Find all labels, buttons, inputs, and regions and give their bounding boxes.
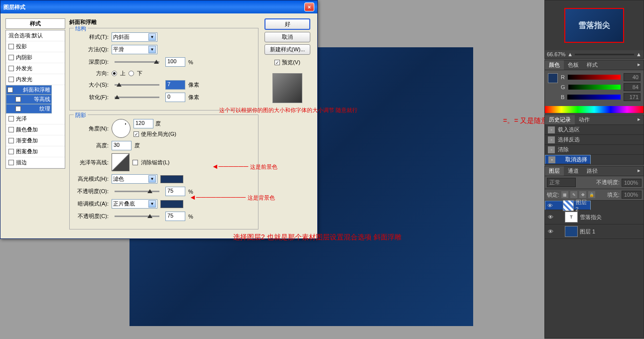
zoom-slider[interactable] [575,54,634,55]
style-item[interactable]: 外发光 [6,63,65,74]
shadow-opacity-slider[interactable] [115,216,159,217]
style-item[interactable]: ✓斜面和浮雕 [6,85,52,95]
style-checkbox[interactable] [8,160,14,165]
style-checkbox[interactable] [8,116,14,121]
style-item[interactable]: 图案叠加 [6,146,65,157]
style-checkbox[interactable] [8,77,14,82]
size-input[interactable]: 7 [165,80,185,90]
style-item[interactable]: 描边 [6,157,65,168]
highlight-opacity-slider[interactable] [115,191,159,192]
tab-styles[interactable]: 样式 [583,60,602,70]
channel-slider[interactable] [568,75,621,80]
dialog-titlebar[interactable]: 图层样式 × [0,0,317,13]
visibility-icon[interactable]: 👁 [547,202,553,209]
style-item[interactable]: 渐变叠加 [6,135,65,146]
highlight-mode-select[interactable]: 滤色▼ [112,174,157,184]
channel-slider[interactable] [568,85,621,90]
technique-select[interactable]: 平滑▼ [112,45,157,54]
gloss-contour-picker[interactable] [112,153,129,171]
style-checkbox[interactable] [8,66,14,71]
channel-value[interactable]: 171 [624,93,641,101]
highlight-opacity-label: 不透明度(O): [75,188,109,195]
style-checkbox[interactable] [8,55,14,60]
tab-channels[interactable]: 通道 [564,166,583,176]
blend-mode-select[interactable]: 正常 [547,178,576,187]
layer-row[interactable]: 👁图层 2 [545,201,591,210]
style-checkbox[interactable] [8,149,14,154]
opacity-input[interactable]: 100% [622,179,642,187]
zoom-out-icon[interactable]: ▲ [567,51,573,57]
highlight-opacity-input[interactable]: 75 [165,187,185,196]
style-checkbox[interactable] [8,127,14,132]
style-item[interactable]: 内发光 [6,74,65,85]
history-item[interactable]: ▫清除 [545,145,644,155]
style-item[interactable]: 颜色叠加 [6,124,65,135]
style-item[interactable]: 内阴影 [6,52,65,63]
new-style-button[interactable]: 新建样式(W)... [264,44,310,55]
altitude-input[interactable]: 30 [112,141,131,150]
style-item[interactable]: 混合选项:默认 [6,30,65,41]
tab-actions[interactable]: 动作 [575,115,594,124]
panel-menu-icon[interactable]: ▸ [635,115,644,124]
visibility-icon[interactable]: 👁 [547,228,554,235]
lock-paint-icon[interactable]: ✎ [570,191,577,198]
tab-swatches[interactable]: 色板 [564,60,583,70]
layer-row[interactable]: 👁T雪落指尖 [545,210,644,225]
lock-label: 锁定: [547,191,559,199]
lock-position-icon[interactable]: ✥ [579,191,586,198]
navigator-preview[interactable]: 雪落指尖 [545,0,644,50]
fill-input[interactable]: 100% [622,191,642,199]
style-select[interactable]: 内斜面▼ [112,32,157,42]
style-item[interactable]: 等高线 [6,95,52,104]
channel-value[interactable]: 40 [624,73,641,81]
tab-color[interactable]: 颜色 [545,60,564,70]
layer-thumbnail[interactable]: T [565,212,578,223]
lock-all-icon[interactable]: 🔒 [588,191,595,198]
foreground-color-swatch[interactable] [548,73,558,83]
highlight-color-swatch[interactable] [160,175,183,183]
close-icon[interactable]: × [304,2,314,11]
channel-value[interactable]: 84 [624,83,641,91]
size-slider[interactable] [115,84,159,86]
shadow-opacity-input[interactable]: 75 [165,212,185,221]
panel-menu-icon[interactable]: ▸ [635,60,644,70]
shadow-mode-select[interactable]: 正片叠底▼ [112,199,157,209]
cancel-button[interactable]: 取消 [264,32,310,42]
style-checkbox[interactable]: ✓ [7,87,13,93]
tab-paths[interactable]: 路径 [583,166,602,176]
antialias-checkbox[interactable] [132,160,138,165]
soften-input[interactable]: 0 [165,93,185,102]
visibility-icon[interactable]: 👁 [547,214,554,221]
tab-history[interactable]: 历史记录 [545,115,575,124]
tab-layers[interactable]: 图层 [545,166,564,176]
layer-row[interactable]: 👁图层 1 [545,225,644,239]
history-item[interactable]: ▫取消选择 [545,155,591,164]
history-item[interactable]: ▫载入选区 [545,125,644,135]
soften-slider[interactable] [115,97,159,98]
ok-button[interactable]: 好 [264,18,310,30]
style-item[interactable]: 投影 [6,41,65,52]
zoom-in-icon[interactable]: ▲ [636,51,642,57]
style-checkbox[interactable] [15,106,21,112]
layer-thumbnail[interactable] [563,200,574,211]
direction-down-radio[interactable] [129,71,134,76]
channel-slider[interactable] [567,95,621,100]
lock-transparency-icon[interactable]: ▦ [561,191,568,198]
shadow-color-swatch[interactable] [160,200,183,208]
style-item[interactable]: 纹理 [6,104,52,113]
angle-input[interactable]: 120 [133,119,153,128]
color-spectrum[interactable] [545,106,644,113]
depth-input[interactable]: 100 [165,57,185,67]
style-checkbox[interactable] [15,97,21,102]
style-item[interactable]: 光泽 [6,113,65,124]
layer-thumbnail[interactable] [565,226,578,237]
history-item[interactable]: ▫选择反选 [545,135,644,145]
global-light-checkbox[interactable]: ✓ [133,131,139,137]
depth-slider[interactable] [115,61,159,63]
panel-menu-icon[interactable]: ▸ [635,166,644,176]
preview-checkbox[interactable]: ✓ [274,60,280,65]
style-checkbox[interactable] [8,138,14,143]
direction-up-radio[interactable] [112,71,117,76]
style-checkbox[interactable] [8,44,14,49]
angle-picker[interactable] [112,119,130,138]
